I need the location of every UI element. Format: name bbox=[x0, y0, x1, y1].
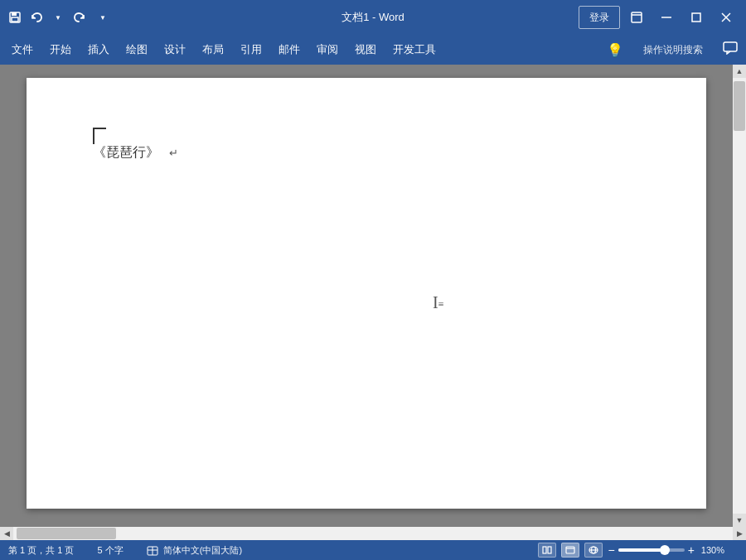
i-beam-cursor: I≡ bbox=[433, 293, 443, 312]
minimize-button[interactable] bbox=[653, 4, 680, 31]
scroll-thumb[interactable] bbox=[734, 81, 745, 131]
redo-icon[interactable] bbox=[71, 9, 88, 26]
lightbulb-icon[interactable]: 💡 bbox=[602, 39, 628, 61]
menu-design[interactable]: 设计 bbox=[156, 39, 194, 60]
close-button[interactable] bbox=[713, 4, 739, 31]
menu-file[interactable]: 文件 bbox=[3, 39, 41, 60]
svg-rect-14 bbox=[548, 547, 551, 553]
h-scroll-thumb[interactable] bbox=[17, 528, 116, 539]
title-text: 文档1 - Word bbox=[342, 10, 404, 25]
status-bar: 第 1 页，共 1 页 5 个字 简体中文(中国大陆) bbox=[0, 540, 746, 560]
paragraph-mark: ↵ bbox=[169, 147, 178, 159]
page-info: 第 1 页，共 1 页 bbox=[8, 544, 74, 557]
svg-rect-6 bbox=[692, 13, 700, 22]
document-text: 《琵琶行》 bbox=[93, 144, 159, 162]
zoom-slider-fill bbox=[618, 548, 661, 552]
menu-layout[interactable]: 布局 bbox=[194, 39, 232, 60]
zoom-control: − + 130% bbox=[608, 543, 738, 557]
title-bar: ▼ ▼ 文档1 - Word 登录 bbox=[0, 0, 746, 35]
menu-references[interactable]: 引用 bbox=[232, 39, 270, 60]
undo-icon[interactable] bbox=[28, 9, 45, 26]
menu-developer[interactable]: 开发工具 bbox=[385, 39, 444, 60]
document-area: 《琵琶行》 ↵ I≡ ▲ ▼ bbox=[0, 65, 746, 527]
status-right: − + 130% bbox=[538, 543, 738, 558]
text-cursor-marker bbox=[93, 128, 106, 144]
menu-view[interactable]: 视图 bbox=[346, 39, 385, 60]
menu-draw[interactable]: 绘图 bbox=[118, 39, 156, 60]
undo-dropdown-icon[interactable]: ▼ bbox=[50, 9, 66, 26]
svg-rect-13 bbox=[543, 547, 546, 553]
status-left: 第 1 页，共 1 页 5 个字 简体中文(中国大陆) bbox=[8, 544, 255, 557]
menu-bar-right: 💡 操作说明搜索 bbox=[602, 38, 743, 61]
read-mode-btn[interactable] bbox=[538, 543, 556, 558]
scroll-track[interactable] bbox=[733, 78, 746, 514]
login-button[interactable]: 登录 bbox=[579, 6, 620, 29]
language: 简体中文(中国大陆) bbox=[147, 544, 242, 557]
scroll-up-arrow[interactable]: ▲ bbox=[733, 65, 746, 78]
scroll-down-arrow[interactable]: ▼ bbox=[733, 514, 746, 527]
save-icon[interactable] bbox=[7, 9, 23, 26]
svg-rect-3 bbox=[632, 12, 642, 22]
customize-qat-icon[interactable]: ▼ bbox=[94, 9, 111, 26]
menu-bar: 文件 开始 插入 绘图 设计 布局 引用 邮件 审阅 视图 开发工具 💡 操作说… bbox=[0, 35, 746, 65]
horizontal-scrollbar[interactable]: ◀ ▶ bbox=[0, 527, 746, 540]
menu-insert[interactable]: 插入 bbox=[80, 39, 118, 60]
h-scroll-track[interactable] bbox=[13, 527, 733, 540]
comment-icon[interactable] bbox=[718, 38, 743, 61]
document-page[interactable]: 《琵琶行》 ↵ I≡ bbox=[27, 78, 706, 509]
menu-review[interactable]: 审阅 bbox=[308, 39, 346, 60]
zoom-minus-button[interactable]: − bbox=[608, 543, 614, 557]
tell-me-search[interactable]: 操作说明搜索 bbox=[635, 40, 711, 60]
zoom-slider[interactable] bbox=[618, 548, 685, 552]
svg-rect-15 bbox=[566, 547, 574, 553]
title-bar-right: 登录 bbox=[579, 4, 739, 31]
scroll-left-arrow[interactable]: ◀ bbox=[0, 527, 13, 540]
print-layout-btn[interactable] bbox=[561, 543, 579, 558]
svg-rect-2 bbox=[12, 17, 18, 22]
svg-rect-9 bbox=[724, 42, 737, 51]
menu-home[interactable]: 开始 bbox=[41, 39, 80, 60]
zoom-knob[interactable] bbox=[660, 545, 670, 555]
zoom-level: 130% bbox=[701, 545, 724, 555]
word-count: 5 个字 bbox=[97, 544, 123, 557]
doc-scroll-area[interactable]: 《琵琶行》 ↵ I≡ bbox=[0, 65, 733, 527]
scroll-right-arrow[interactable]: ▶ bbox=[733, 527, 746, 540]
vertical-scrollbar[interactable]: ▲ ▼ bbox=[733, 65, 746, 527]
layout-icon[interactable] bbox=[623, 4, 650, 31]
web-layout-btn[interactable] bbox=[584, 543, 603, 558]
menu-mailings[interactable]: 邮件 bbox=[270, 39, 308, 60]
title-bar-left: ▼ ▼ bbox=[7, 9, 111, 26]
svg-rect-1 bbox=[12, 12, 17, 16]
document-content-line: 《琵琶行》 ↵ bbox=[93, 144, 640, 162]
maximize-button[interactable] bbox=[683, 4, 710, 31]
zoom-plus-button[interactable]: + bbox=[688, 543, 695, 557]
